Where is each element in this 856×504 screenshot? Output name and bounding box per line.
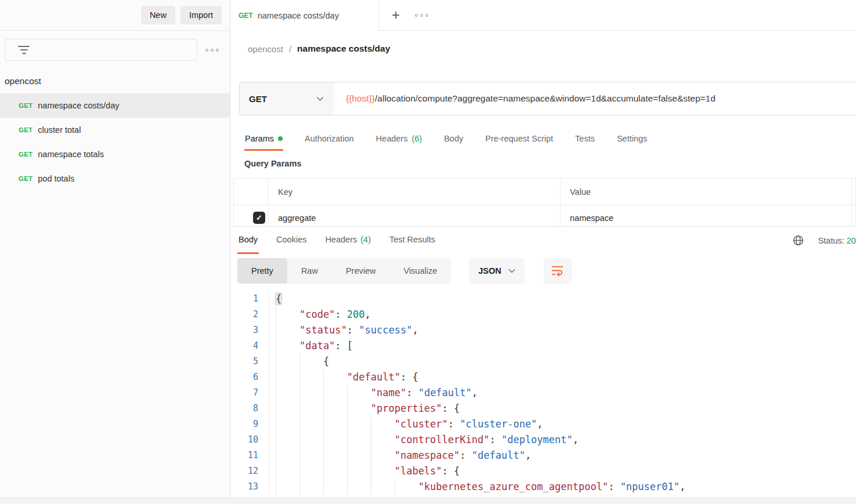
main-panel: GET namespace costs/day + opencost / nam…	[230, 0, 856, 498]
tab-count-badge: (6)	[411, 134, 422, 143]
view-mode-raw[interactable]: Raw	[287, 258, 332, 284]
code-content: {	[269, 354, 856, 369]
code-token: :	[608, 481, 620, 492]
indent-guide	[299, 432, 323, 448]
tab-count-badge: (4)	[360, 235, 371, 244]
view-mode-pretty[interactable]: Pretty	[237, 258, 287, 284]
code-token: "success"	[359, 324, 412, 336]
method-dropdown[interactable]: GET	[240, 82, 334, 115]
wrap-text-button[interactable]	[544, 258, 572, 284]
line-number: 12	[230, 463, 269, 479]
sidebar-item-namespace-costs-day[interactable]: GETnamespace costs/day	[0, 93, 230, 118]
indent-guide	[371, 448, 395, 463]
code-content: "cluster": "cluster-one",	[269, 416, 856, 432]
indent-guide	[371, 479, 395, 495]
code-token: ,	[573, 434, 579, 445]
sidebar-header: New Import	[0, 0, 230, 31]
view-mode-visualize[interactable]: Visualize	[389, 258, 451, 284]
breadcrumb-request: namespace costs/day	[297, 43, 390, 54]
code-token: "code"	[299, 309, 335, 320]
code-content: "labels": {	[269, 463, 856, 479]
tab-label: Authorization	[305, 134, 354, 143]
param-value-cell[interactable]: namespace	[561, 205, 852, 226]
new-tab-button[interactable]: +	[379, 0, 413, 30]
code-line: 6"default": {	[230, 369, 856, 385]
url-input[interactable]: {{host}}/allocation/compute?aggregate=na…	[334, 82, 856, 115]
row-checkbox-cell: ✓	[234, 205, 269, 226]
code-token: ,	[525, 449, 531, 461]
indent-guide	[371, 463, 395, 479]
indent-guide	[276, 432, 299, 448]
tab-options-icon[interactable]	[415, 0, 428, 30]
tab-label: Tests	[575, 134, 595, 143]
code-line: 7"name": "default",	[230, 385, 856, 401]
indent-guide	[299, 448, 323, 463]
response-tab-test-results[interactable]: Test Results	[388, 227, 436, 254]
chevron-down-icon	[508, 269, 515, 273]
indent-guide	[323, 432, 347, 448]
response-tab-cookies[interactable]: Cookies	[275, 227, 308, 254]
code-line: 12"labels": {	[230, 463, 856, 479]
request-tab[interactable]: GET namespace costs/day	[230, 0, 379, 31]
indent-guide	[276, 322, 299, 338]
tab-settings[interactable]: Settings	[616, 128, 648, 151]
view-mode-preview[interactable]: Preview	[332, 258, 390, 284]
code-token: "default"	[347, 371, 400, 383]
import-button[interactable]: Import	[180, 6, 222, 24]
code-token: ,	[472, 387, 478, 398]
request-tab-method: GET	[239, 12, 253, 20]
indent-guide	[276, 401, 299, 416]
line-number: 11	[230, 448, 269, 463]
param-checkbox[interactable]: ✓	[253, 212, 265, 224]
bottom-bar	[0, 498, 856, 504]
request-method-badge: GET	[19, 175, 32, 182]
sidebar-item-pod-totals[interactable]: GETpod totals	[0, 166, 230, 191]
filter-icon	[18, 46, 30, 54]
indent-guide	[347, 416, 371, 432]
search-input[interactable]	[5, 39, 197, 61]
sidebar-item-cluster-total[interactable]: GETcluster total	[0, 118, 230, 142]
code-token: "npuser01"	[620, 481, 680, 492]
request-tab-title: namespace costs/day	[258, 11, 339, 20]
sidebar-more-options-icon[interactable]	[205, 49, 219, 52]
view-mode-switch: PrettyRawPreviewVisualize	[237, 258, 451, 284]
code-token: "cluster"	[395, 418, 448, 430]
sidebar-item-namespace-totals[interactable]: GETnamespace totals	[0, 142, 230, 166]
code-content: "default": {	[269, 369, 856, 385]
tab-tests[interactable]: Tests	[575, 128, 595, 151]
indent-guide	[323, 448, 347, 463]
collection-name[interactable]: opencost	[0, 68, 230, 93]
sidebar-search-row	[0, 31, 230, 68]
indent-guide	[323, 401, 347, 416]
language-dropdown[interactable]: JSON	[469, 258, 525, 284]
new-button[interactable]: New	[141, 6, 175, 24]
response-tab-headers[interactable]: Headers(4)	[324, 227, 372, 254]
tab-body[interactable]: Body	[443, 128, 464, 151]
code-token: : {	[400, 371, 418, 383]
code-token: "default"	[418, 387, 472, 398]
param-key-cell[interactable]: aggregate	[269, 205, 561, 226]
code-line: 9"cluster": "cluster-one",	[230, 416, 856, 432]
indent-guide	[276, 338, 299, 354]
indent-guide	[395, 479, 418, 495]
tab-params[interactable]: Params	[244, 128, 283, 151]
indent-guide	[276, 448, 299, 463]
response-tab-body[interactable]: Body	[237, 227, 259, 254]
indent-guide	[347, 401, 371, 416]
indent-guide	[371, 416, 395, 432]
sidebar-request-list: GETnamespace costs/dayGETcluster totalGE…	[0, 93, 230, 191]
tab-label: Body	[239, 235, 258, 244]
code-content: "properties": {	[269, 401, 856, 416]
code-token: 200	[347, 309, 365, 320]
breadcrumb-collection[interactable]: opencost	[248, 44, 283, 54]
tab-authorization[interactable]: Authorization	[304, 128, 355, 151]
tab-headers[interactable]: Headers(6)	[375, 128, 423, 151]
code-token: {	[276, 293, 281, 304]
tab-pre-request-script[interactable]: Pre-request Script	[485, 128, 554, 151]
code-token: :	[460, 449, 471, 461]
column-header-key: Key	[269, 179, 561, 205]
query-params-table: Key Value ✓aggregatenamespace	[233, 178, 856, 226]
param-description-cell[interactable]	[852, 205, 856, 226]
code-content: "code": 200,	[269, 307, 856, 322]
code-token: "namespace"	[395, 449, 460, 461]
